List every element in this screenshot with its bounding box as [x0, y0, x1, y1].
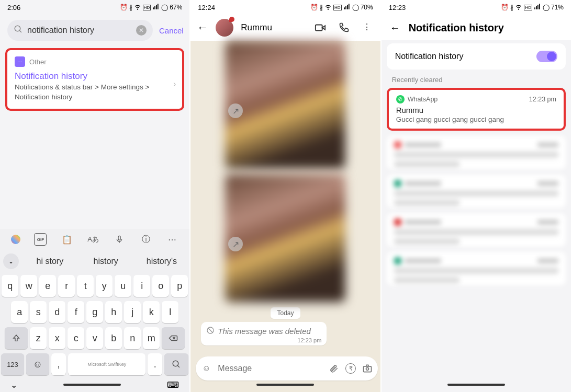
key-c[interactable]: c	[68, 327, 84, 349]
section-label: Recently cleared	[382, 74, 571, 88]
prohibited-icon	[206, 326, 215, 336]
search-result-card[interactable]: ⋯ Other Notification history Notificatio…	[5, 48, 184, 111]
call-icon[interactable]	[339, 22, 350, 33]
battery-icon: ◯	[543, 4, 549, 11]
key-s[interactable]: s	[30, 301, 47, 323]
key-y[interactable]: y	[96, 275, 113, 297]
home-pill[interactable]	[447, 384, 505, 386]
clipboard-icon[interactable]: 📋	[61, 233, 73, 246]
gif-icon[interactable]: GIF	[34, 233, 47, 246]
translate-icon[interactable]: Aあ	[87, 233, 99, 246]
collapse-icon[interactable]: ⌄	[3, 253, 19, 269]
deleted-message[interactable]: This message was deleted 12:23 pm	[201, 322, 327, 345]
status-bar: 2:06 ⏰ ∦ HD ◯ 67%	[0, 0, 189, 15]
keyboard-switch-icon[interactable]: ⌨	[167, 380, 179, 390]
key-q[interactable]: q	[2, 275, 18, 297]
image-message[interactable]	[225, 41, 345, 169]
image-message[interactable]	[225, 174, 345, 302]
notification-item-blurred[interactable]	[387, 252, 566, 285]
search-icon	[14, 25, 23, 36]
numeric-key[interactable]: 123	[1, 353, 24, 375]
period-key[interactable]: .	[148, 353, 162, 375]
notification-title: Rummu	[396, 106, 556, 114]
key-r[interactable]: r	[58, 275, 75, 297]
shift-key[interactable]	[5, 327, 28, 349]
key-w[interactable]: w	[20, 275, 37, 297]
more-icon[interactable]: ⋮	[363, 22, 374, 33]
notification-item-highlighted[interactable]: ✆ WhatsApp 12:23 pm Rummu Gucci gang guc…	[387, 88, 566, 131]
status-time: 12:24	[198, 4, 215, 11]
keyboard-area: GIF 📋 Aあ ⓘ ⋯ ⌄ hi story history history'…	[0, 229, 189, 392]
toggle-card[interactable]: Notification history	[387, 43, 566, 70]
back-icon[interactable]: ←	[390, 22, 400, 34]
app-name: WhatsApp	[408, 96, 438, 103]
key-b[interactable]: b	[105, 327, 122, 349]
search-input[interactable]	[27, 26, 132, 35]
cancel-button[interactable]: Cancel	[159, 26, 184, 35]
svg-rect-2	[118, 236, 120, 240]
camera-icon[interactable]	[362, 363, 373, 374]
status-time: 2:06	[7, 4, 20, 11]
notification-item-blurred[interactable]	[387, 213, 566, 247]
key-e[interactable]: e	[39, 275, 56, 297]
page-header: ← Notification history	[382, 15, 571, 40]
message-input[interactable]	[218, 364, 322, 373]
key-k[interactable]: k	[143, 301, 160, 323]
videocall-icon[interactable]	[315, 22, 326, 33]
emoji-key[interactable]: ☺	[26, 353, 49, 375]
result-category: ⋯ Other	[15, 56, 175, 67]
search-key[interactable]	[164, 353, 188, 375]
space-key[interactable]: Microsoft SwiftKey	[68, 353, 145, 375]
key-t[interactable]: t	[77, 275, 94, 297]
key-f[interactable]: f	[68, 301, 84, 323]
avatar[interactable]	[216, 19, 233, 37]
backspace-key[interactable]	[162, 327, 185, 349]
chevron-right-icon: ›	[173, 79, 176, 89]
deleted-text: This message was deleted	[218, 327, 311, 336]
key-a[interactable]: a	[11, 301, 28, 323]
info-icon[interactable]: ⓘ	[140, 233, 152, 246]
home-pill[interactable]	[63, 384, 121, 386]
key-p[interactable]: p	[171, 275, 188, 297]
key-o[interactable]: o	[152, 275, 169, 297]
clear-icon[interactable]: ✕	[136, 25, 147, 36]
toggle-switch[interactable]	[536, 51, 557, 62]
key-z[interactable]: z	[30, 327, 47, 349]
emoji-icon[interactable]: ☺	[201, 363, 211, 374]
payment-icon[interactable]: ₹	[345, 363, 356, 374]
suggestion-2[interactable]: history	[78, 257, 134, 266]
toggle-label: Notification history	[395, 52, 464, 61]
signal-icon	[343, 3, 351, 12]
key-u[interactable]: u	[115, 275, 131, 297]
contact-name[interactable]: Rummu	[241, 22, 307, 33]
suggestion-1[interactable]: hi story	[22, 257, 78, 266]
more-icon[interactable]: ⋯	[166, 233, 178, 246]
search-row: ✕ Cancel	[0, 15, 189, 47]
key-v[interactable]: v	[86, 327, 103, 349]
battery-icon: ◯	[161, 4, 168, 11]
key-j[interactable]: j	[124, 301, 141, 323]
key-h[interactable]: h	[105, 301, 122, 323]
key-x[interactable]: x	[49, 327, 65, 349]
key-n[interactable]: n	[124, 327, 141, 349]
chevron-down-icon[interactable]: ⌄	[10, 380, 17, 390]
key-i[interactable]: i	[133, 275, 150, 297]
attach-icon[interactable]	[329, 363, 339, 374]
key-g[interactable]: g	[86, 301, 103, 323]
notification-item-blurred[interactable]	[387, 136, 566, 169]
comma-key[interactable]: ,	[51, 353, 66, 375]
key-d[interactable]: d	[49, 301, 65, 323]
keyboard-toolbar: GIF 📋 Aあ ⓘ ⋯	[0, 229, 189, 250]
copilot-icon[interactable]	[11, 235, 20, 244]
back-icon[interactable]: ←	[197, 21, 208, 34]
home-pill[interactable]	[256, 384, 314, 386]
suggestion-3[interactable]: history's	[134, 257, 190, 266]
chat-body[interactable]: ↗ ↗ Today This message was deleted 12:23…	[190, 41, 380, 331]
key-l[interactable]: l	[162, 301, 178, 323]
mic-icon[interactable]	[113, 233, 126, 246]
result-path: Notifications & status bar > More settin…	[15, 83, 175, 102]
status-time: 12:23	[389, 4, 406, 11]
search-box[interactable]: ✕	[7, 20, 153, 41]
notification-item-blurred[interactable]	[387, 175, 566, 208]
key-m[interactable]: m	[143, 327, 160, 349]
